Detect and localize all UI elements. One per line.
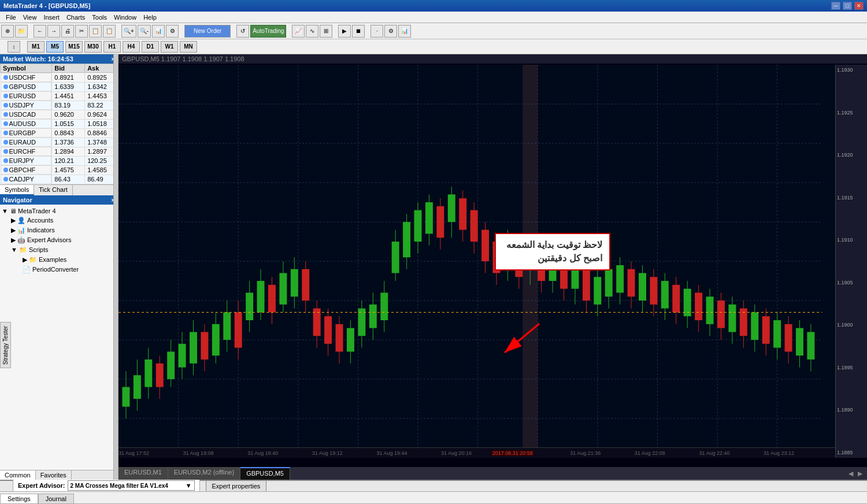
tf-m30[interactable]: M30 [84,41,102,53]
tf-d1[interactable]: D1 [142,41,159,53]
tree-ea[interactable]: ▶ 🤖 Expert Advisors [11,235,116,245]
menu-charts[interactable]: Charts [63,13,88,22]
play-btn[interactable]: ▶ [338,25,351,38]
new-btn[interactable]: ⊕ [1,25,14,38]
market-watch-row[interactable]: EURUSD 1.4451 1.4453 [1,91,118,101]
market-watch-row[interactable]: AUDUSD 1.0515 1.0518 [1,119,118,128]
new-order-btn[interactable]: New Order [184,25,231,38]
zoom-out-btn[interactable]: 🔍- [138,25,151,38]
col-symbol: Symbol [1,64,52,73]
tf-w1[interactable]: W1 [161,41,178,53]
cut-btn[interactable]: ✂ [75,25,88,38]
scripts-folder-icon: 📁 [19,246,27,254]
tree-examples[interactable]: ▶ 📁 Examples [23,255,116,265]
menu-tools[interactable]: Tools [88,13,110,22]
menu-insert[interactable]: Insert [40,13,63,22]
chart-area: GBPUSD,M5 1.1907 1.1908 1.1907 1.1908 [118,54,867,480]
chart-tab-gbpusd-m5[interactable]: GBPUSD,M5 [240,467,290,480]
col-bid: Bid [52,64,85,73]
examples-folder-icon: 📁 [29,256,37,264]
svg-rect-105 [594,277,601,305]
tf-h4[interactable]: H4 [123,41,140,53]
svg-rect-125 [706,297,714,324]
toolbar1: ⊕ 📁 ← → 🖨 ✂ 📋 📋 🔍+ 🔍- 📊 ⚙ New Order ↺ Au… [0,23,867,39]
templates-btn[interactable]: ⊞ [320,25,332,38]
tf-h1[interactable]: H1 [103,41,121,53]
market-watch-row[interactable]: EURJPY 120.21 120.25 [1,156,118,165]
window-title: MetaTrader 4 - [GBPUSD,M5] [3,2,90,9]
nav-tab-favorites[interactable]: Favorites [36,470,72,480]
symbol-dot [3,103,8,108]
market-watch-row[interactable]: GBPUSD 1.6339 1.6342 [1,82,118,91]
menu-view[interactable]: View [20,13,40,22]
tf-mn[interactable]: MN [180,41,197,53]
market-watch-row[interactable]: EURGBP 0.8843 0.8846 [1,128,118,138]
back-btn[interactable]: ← [34,25,46,38]
stop-btn[interactable]: ⏹ [352,25,365,38]
chart-prop-btn[interactable]: ⚙ [166,25,179,38]
chart-tab-eurusd-m2[interactable]: EURUSD,M2 (offline) [168,467,240,480]
chart-tab-eurusd-m1[interactable]: EURUSD,M1 [118,467,168,480]
market-watch-row[interactable]: USDCHF 0.8921 0.8925 [1,73,118,83]
open-btn[interactable]: 📁 [15,25,28,38]
market-watch-row[interactable]: USDJPY 83.19 83.22 [1,101,118,110]
zoom-in-btn[interactable]: 🔍+ [121,25,136,38]
svg-rect-139 [785,324,792,352]
menu-window[interactable]: Window [110,13,140,22]
menu-file[interactable]: File [2,13,20,22]
menu-help[interactable]: Help [140,13,160,22]
market-watch-row[interactable]: EURAUD 1.3736 1.3748 [1,138,118,147]
tf-m5[interactable]: M5 [46,41,64,53]
market-watch-row[interactable]: USDCAD 0.9620 0.9624 [1,110,118,119]
settings-tab[interactable]: Settings [0,494,38,503]
nav-tab-common[interactable]: Common [0,470,36,480]
candlestick-canvas [118,65,867,458]
indicators-btn[interactable]: ∿ [306,25,318,38]
autotrading-btn[interactable]: AutoTrading [250,25,286,38]
chart-scroll-right[interactable]: ▶ [855,470,865,477]
refresh-btn[interactable]: ↺ [236,25,249,38]
ea-value-text: 2 MA Crosses Mega filter EA V1.ex4 [71,483,168,489]
dot-btn[interactable]: · [370,25,383,38]
market-watch-row[interactable]: GBPCHF 1.4575 1.4585 [1,165,118,175]
svg-rect-59 [336,324,343,352]
expert-properties-btn[interactable]: Expert properties [206,480,267,492]
print-btn[interactable]: 🖨 [61,25,74,38]
ask-price: 1.4585 [85,165,118,175]
svg-rect-47 [268,285,276,313]
left-scrollbar[interactable] [113,54,118,480]
chart-btn2[interactable]: 📊 [398,25,411,38]
forward-btn[interactable]: → [47,25,60,38]
tree-root[interactable]: ▼ 🖥 MetaTrader 4 [2,206,116,216]
market-watch-row[interactable]: CADJPY 86.43 86.49 [1,175,118,184]
market-watch-row[interactable]: EURCHF 1.2894 1.2897 [1,147,118,156]
tree-period-converter[interactable]: 📄 PeriodConverter [23,265,116,275]
cursor-btn[interactable]: ↕ [8,41,20,53]
chart-scroll-left[interactable]: ◀ [846,470,855,477]
svg-rect-127 [717,301,725,328]
expert-advisor-dropdown[interactable]: Expert Advisor: 2 MA Crosses Mega filter… [13,479,200,492]
chart-type-btn[interactable]: 📊 [152,25,165,38]
bid-price: 83.19 [52,101,85,110]
tf-m15[interactable]: M15 [65,41,83,53]
ask-price: 1.2897 [85,147,118,156]
svg-rect-135 [762,316,770,344]
journal-tab[interactable]: Journal [38,494,74,503]
tree-scripts[interactable]: ▼ 📁 Scripts [11,245,116,255]
bid-price: 86.43 [52,175,85,184]
svg-line-147 [505,324,539,353]
tree-indicators[interactable]: ▶ 📊 Indicators [11,225,116,235]
mw-tab-symbols[interactable]: Symbols [0,185,34,195]
paste-btn[interactable]: 📋 [103,25,116,38]
tf-m1[interactable]: M1 [27,41,45,53]
tree-accounts[interactable]: ▶ 👤 Accounts [11,216,116,225]
price-axis: 1.1930 1.1925 1.1920 1.1915 1.1910 1.190… [835,65,867,458]
maximize-button[interactable]: □ [843,2,852,10]
col-ask: Ask [85,64,118,73]
minimize-button[interactable]: ─ [831,2,840,10]
close-button[interactable]: ✕ [854,2,864,10]
mw-tab-tick[interactable]: Tick Chart [34,185,73,195]
copy-btn[interactable]: 📋 [89,25,102,38]
chart-line-btn[interactable]: 📈 [292,25,305,38]
settings-btn2[interactable]: ⚙ [384,25,397,38]
